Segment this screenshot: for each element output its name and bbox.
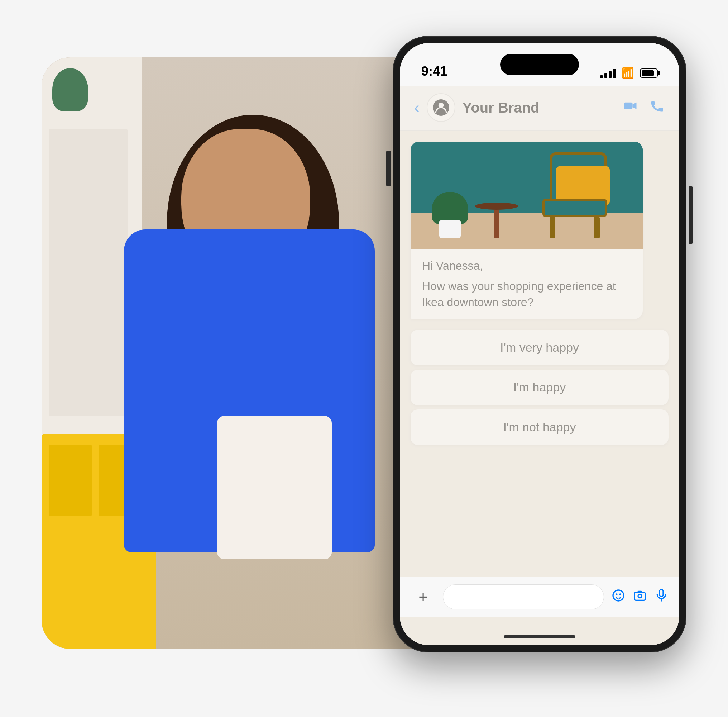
table-top xyxy=(475,203,518,210)
attachment-button[interactable]: + xyxy=(411,584,436,609)
status-time: 9:41 xyxy=(421,64,447,79)
product-image xyxy=(411,142,643,249)
battery-icon xyxy=(640,69,658,78)
microphone-icon[interactable] xyxy=(654,588,669,606)
message-input[interactable] xyxy=(443,584,604,609)
signal-bar-2 xyxy=(605,73,607,78)
status-icons: 📶 xyxy=(600,67,658,79)
signal-bars-icon xyxy=(600,68,616,78)
input-icons xyxy=(611,588,669,606)
iphone-body: 9:41 📶 xyxy=(393,36,687,653)
signal-bar-1 xyxy=(600,75,603,78)
battery-tip xyxy=(658,71,660,75)
svg-point-4 xyxy=(616,593,618,595)
side-table xyxy=(475,203,518,238)
battery-fill xyxy=(642,70,654,76)
plant-leaves xyxy=(432,192,468,224)
svg-rect-8 xyxy=(659,589,663,596)
signal-bar-4 xyxy=(613,69,616,78)
svg-point-5 xyxy=(620,593,621,595)
signal-bar-3 xyxy=(609,71,612,78)
plant-pot xyxy=(432,195,468,238)
chat-input-bar: + xyxy=(400,577,679,616)
power-button[interactable] xyxy=(688,186,693,244)
chair-leg-1 xyxy=(550,217,555,238)
svg-rect-6 xyxy=(635,592,645,600)
table-leg xyxy=(494,210,500,238)
wifi-icon: 📶 xyxy=(621,67,634,79)
woman-figure xyxy=(95,86,418,624)
plant-corner xyxy=(52,68,88,111)
iphone-screen: 9:41 📶 xyxy=(400,43,679,645)
chair-back xyxy=(550,153,607,203)
yellow-door-1 xyxy=(49,444,92,516)
jacket xyxy=(124,229,375,552)
shirt xyxy=(217,416,332,559)
dynamic-island xyxy=(500,54,579,75)
chair-leg-2 xyxy=(594,217,600,238)
sticker-icon[interactable] xyxy=(611,588,626,606)
camera-icon[interactable] xyxy=(633,588,647,606)
scene-container: 9:41 📶 xyxy=(41,36,687,681)
whatsapp-background xyxy=(400,43,679,645)
svg-point-7 xyxy=(638,594,642,598)
home-indicator xyxy=(504,635,576,638)
chair xyxy=(542,153,614,238)
iphone-container: 9:41 📶 xyxy=(378,36,687,663)
chair-legs xyxy=(546,213,603,238)
volume-button[interactable] xyxy=(386,151,390,186)
pot-body xyxy=(439,220,461,238)
